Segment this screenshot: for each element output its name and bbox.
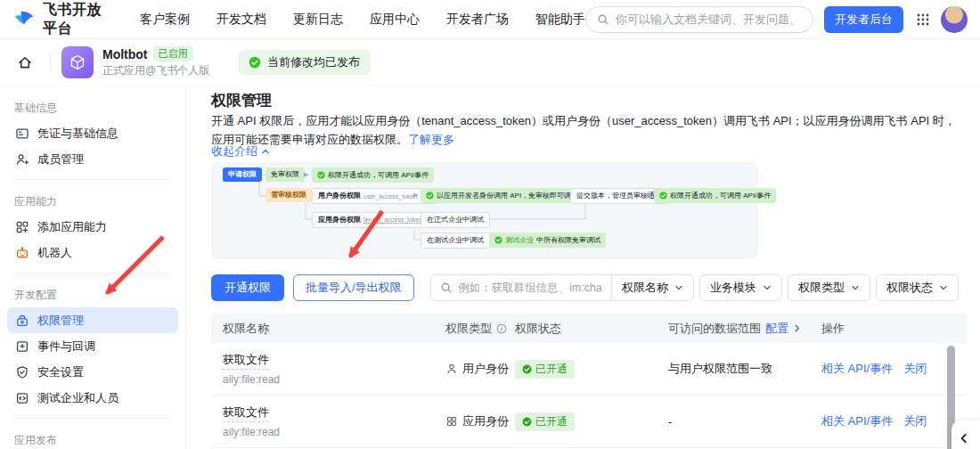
chevron-down-icon [674,283,683,292]
learn-more-link[interactable]: 了解更多 [408,133,454,146]
sidebar-item-label: 测试企业和人员 [37,390,118,406]
import-export-button[interactable]: 批量导入/导出权限 [293,274,414,301]
global-search-box[interactable] [585,6,813,33]
filter-permission-status[interactable]: 权限状态 [876,274,959,301]
table-row: 获取文件 aily:file:read 应用身份 已开通 - [211,396,967,448]
sidebar-divider [14,273,171,273]
sidebar-item-label: 添加应用能力 [37,219,107,235]
brand[interactable]: 飞书开放平台 [12,1,110,38]
table-header: 权限名称 权限类型 权限状态 可访问的数据范围 配置 操作 [211,314,967,343]
user-add-icon [15,152,29,167]
header-divider [50,54,51,70]
chevron-up-icon [261,147,270,156]
open-permission-button[interactable]: 开通权限 [211,274,284,301]
sidebar-section-capabilities: 应用能力 [0,187,185,214]
nav-item-changelog[interactable]: 更新日志 [293,12,343,28]
flow-dev-debug-text: 以应用开发者身份调用 API，免审核即可调试 [437,192,578,200]
flow-arrow-icon: ▶ [413,192,418,199]
collapse-intro-link[interactable]: 收起介绍 [211,143,270,159]
info-icon[interactable] [496,323,507,334]
chevron-left-icon [959,433,969,444]
main-content: 权限管理 开通 API 权限后，应用才能以应用身份（tenant_access_… [186,86,980,449]
related-api-link[interactable]: 相关 API/事件 [821,361,893,377]
flow-app-token: tenant_access_token [363,216,422,224]
flow-user-perm-box: 用户身份权限 user_access_token 调用 [312,188,438,204]
flow-arrow-icon: ▶ [647,192,651,199]
close-permission-link[interactable]: 关闭 [903,413,927,429]
cell-permission-status: 已开通 [515,360,668,379]
sidebar-item-add-capability[interactable]: 添加应用能力 [7,214,178,240]
sidebar-item-security[interactable]: 安全设置 [7,359,178,385]
permission-search-input[interactable] [458,282,602,294]
nav-menu: 客户案例 开发文档 更新日志 应用中心 开发者广场 智能助手 [140,12,585,28]
col-permission-status: 权限状态 [515,321,668,337]
publish-status-text: 当前修改均已发布 [267,54,360,70]
flow-success-box-2: 权限开通成功，可调用 API/事件 [654,188,776,203]
related-api-link[interactable]: 相关 API/事件 [821,413,893,429]
nav-item-docs[interactable]: 开发文档 [216,12,266,28]
status-text: 已开通 [535,414,568,429]
cell-permission-status: 已开通 [515,412,668,431]
developer-console-button[interactable]: 开发者后台 [824,6,903,33]
sidebar-section-basic-info: 基础信息 [0,94,185,120]
feishu-logo-icon [12,8,36,31]
status-badge: 已开通 [515,360,575,379]
nav-item-dev-square[interactable]: 开发者广场 [446,12,509,28]
filter-label: 权限状态 [886,280,933,296]
global-search-input[interactable] [616,12,802,26]
description-text: 开通 API 权限后，应用才能以应用身份（tenant_access_token… [211,114,956,146]
app-icon[interactable] [61,46,94,78]
chevron-down-icon [763,283,772,292]
sidebar-item-members[interactable]: 成员管理 [7,146,178,172]
flow-success-box: 权限开通成功，可调用 API/事件 [312,167,434,183]
flow-apply-box: 申请权限 [223,167,262,182]
permission-name[interactable]: 获取文件 [223,404,269,422]
sidebar-item-credentials[interactable]: 凭证与基础信息 [7,120,178,146]
cell-permission-type: 应用身份 [445,413,515,429]
flow-test-free-highlight: 测试企业 [505,237,534,244]
status-text: 已开通 [535,362,568,377]
sidebar-item-test-company[interactable]: 测试企业和人员 [7,385,178,411]
top-navbar: 飞书开放平台 客户案例 开发文档 更新日志 应用中心 开发者广场 智能助手 开发… [0,0,980,39]
status-badge: 已开通 [515,412,575,431]
sidebar-item-events[interactable]: 事件与回调 [7,333,178,359]
sidebar-item-bot[interactable]: 机器人 [7,240,178,265]
filter-business-module[interactable]: 业务模块 [699,274,782,301]
collapse-intro-label: 收起介绍 [211,143,257,159]
nav-item-app-center[interactable]: 应用中心 [370,12,420,28]
search-icon [440,282,453,294]
table-row: 获取文件 aily:file:read 用户身份 已开通 与用户权限范围一致 [211,343,967,396]
chevron-down-icon [851,283,860,292]
sidebar-item-permissions[interactable]: 权限管理 [7,307,178,333]
floating-collapse-button[interactable] [951,420,980,449]
permission-code: aily:file:read [223,426,445,438]
nav-item-assistant[interactable]: 智能助手 [535,12,585,28]
flow-arrow-icon: ▶ [304,171,308,178]
scope-config-link[interactable]: 配置 [765,321,788,337]
nav-item-cases[interactable]: 客户案例 [140,12,190,28]
flow-test-free-box: 测试企业中所有权限免审调试 [489,233,606,248]
sidebar-item-label: 成员管理 [37,151,84,167]
home-button[interactable] [11,48,39,77]
check-circle-icon [317,171,325,179]
app-name: Moltbot [102,47,148,61]
permissions-toolbar: 开通权限 批量导入/导出权限 权限名称 业务模块 [211,274,959,301]
close-permission-link[interactable]: 关闭 [903,361,927,377]
filter-permission-name[interactable]: 权限名称 [612,275,693,300]
user-avatar[interactable] [941,6,968,33]
permission-search-box[interactable] [431,275,611,300]
sidebar-item-label: 权限管理 [37,313,84,329]
flow-success-text: 权限开通成功，可调用 API/事件 [670,192,771,200]
filter-label: 权限类型 [798,280,845,296]
check-circle-icon [494,236,502,244]
app-grid-icon[interactable] [916,12,930,27]
flow-dev-debug-box: 以应用开发者身份调用 API，免审核即可调试 [421,188,584,203]
permission-name[interactable]: 获取文件 [223,352,269,370]
col-label: 权限类型 [445,321,492,337]
col-permission-name: 权限名称 [211,321,445,337]
shield-check-icon [15,365,29,380]
filter-permission-type[interactable]: 权限类型 [788,274,870,301]
id-card-icon [15,127,29,141]
sidebar-divider [14,179,171,180]
cell-actions: 相关 API/事件 关闭 [821,361,967,377]
